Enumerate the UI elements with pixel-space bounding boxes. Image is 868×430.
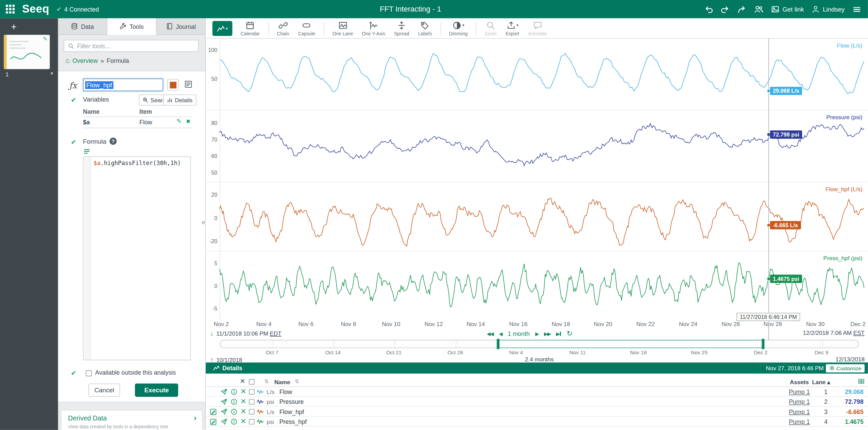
- row-asset-link[interactable]: Pump 1: [785, 408, 813, 415]
- row-checkbox[interactable]: [249, 399, 254, 405]
- duration-label[interactable]: 1 month: [508, 330, 530, 337]
- users-icon[interactable]: [754, 4, 764, 14]
- remove-icon[interactable]: [241, 408, 246, 414]
- details-row-press-hpf[interactable]: psiPress_hpfPump 141.4675: [206, 417, 868, 427]
- info-icon[interactable]: [231, 418, 237, 425]
- name-column-header[interactable]: Name: [274, 378, 290, 385]
- overview-label: Nov 11: [569, 349, 586, 355]
- trend-view-dropdown[interactable]: ▾: [212, 21, 233, 36]
- worksheet-caret-icon[interactable]: ▾: [51, 71, 53, 76]
- redo-icon[interactable]: [721, 5, 730, 14]
- details-row-pressure[interactable]: psiPressurePump 1272.798: [206, 397, 868, 407]
- details-row-flow-hpf[interactable]: L/sFlow_hpfPump 13-6.665: [206, 407, 868, 416]
- info-icon[interactable]: [231, 408, 237, 415]
- overview-handle-right[interactable]: [762, 339, 764, 349]
- trend-lanes[interactable]: Flow (L/s)10050Pressure (psi)80706050Flo…: [206, 39, 868, 320]
- collapse-panel-icon[interactable]: «: [201, 218, 205, 227]
- remove-variable-icon[interactable]: ✖: [186, 118, 191, 124]
- timezone-link[interactable]: EST: [853, 329, 865, 336]
- row-asset-link[interactable]: Pump 1: [785, 398, 813, 405]
- toolbar-button-dimming[interactable]: ▾Dimming: [445, 21, 471, 36]
- lane-column-header[interactable]: Lane ▴: [812, 378, 830, 385]
- send-icon[interactable]: [221, 389, 227, 395]
- home-icon[interactable]: ⌂: [65, 56, 70, 65]
- apps-grid-icon[interactable]: [5, 4, 15, 14]
- range-start-label[interactable]: 11/1/2018 10:06 PM EDT: [216, 330, 282, 337]
- tab-data[interactable]: Data: [58, 18, 107, 35]
- filter-tools-field[interactable]: [77, 42, 194, 49]
- color-swatch-button[interactable]: [167, 79, 178, 91]
- derived-data-title[interactable]: Derived Data: [68, 414, 107, 422]
- timezone-link[interactable]: EDT: [270, 330, 282, 337]
- tab-tools[interactable]: Tools: [107, 18, 157, 35]
- get-link-button[interactable]: Get link: [771, 5, 804, 13]
- send-icon[interactable]: [221, 418, 227, 425]
- info-icon[interactable]: [231, 398, 237, 405]
- tab-journal[interactable]: Journal: [156, 18, 205, 35]
- send-icon[interactable]: [221, 398, 227, 405]
- customize-button[interactable]: Customize: [826, 364, 865, 372]
- toolbar-button-calendar[interactable]: Calendar: [237, 21, 263, 36]
- row-checkbox[interactable]: [249, 409, 254, 414]
- formula-code-editor[interactable]: $a.highPassFilter(30h,1h): [83, 156, 191, 360]
- derived-item-icon[interactable]: [210, 408, 217, 415]
- toolbar-button-one-lane[interactable]: One Lane: [328, 21, 357, 36]
- hamburger-menu-icon[interactable]: [852, 5, 861, 14]
- connection-status[interactable]: ✔ 4 Connected: [56, 5, 99, 13]
- sort-icon[interactable]: ⇅: [295, 378, 299, 384]
- remove-icon[interactable]: [241, 418, 246, 424]
- lane-label: Press_hpf (psi): [823, 255, 863, 262]
- user-menu[interactable]: Lindsey: [812, 5, 845, 13]
- toolbar-button-chain[interactable]: Chain: [273, 21, 293, 36]
- help-icon[interactable]: ?: [109, 138, 117, 145]
- overview-timeline-track[interactable]: [220, 340, 859, 348]
- available-outside-checkbox[interactable]: [86, 370, 92, 376]
- step-forward-icon[interactable]: ▶: [535, 331, 539, 336]
- sort-icon[interactable]: ⇅: [265, 378, 269, 384]
- step-back-icon[interactable]: ◀: [499, 331, 502, 336]
- step-back-half-icon[interactable]: ◀◀: [487, 331, 493, 336]
- step-to-now-icon[interactable]: ▶: [556, 331, 561, 336]
- range-end-label[interactable]: 12/2/2018 7:06 AM EST: [803, 329, 865, 336]
- share-arrow-icon[interactable]: [737, 5, 746, 14]
- table-view-icon[interactable]: [858, 378, 865, 385]
- toolbar-button-export[interactable]: ▾Export: [502, 21, 523, 36]
- chevron-right-icon[interactable]: ›: [194, 413, 197, 422]
- add-worksheet-button[interactable]: +: [8, 21, 20, 33]
- refresh-icon[interactable]: ↻: [566, 329, 573, 338]
- item-properties-icon[interactable]: [184, 80, 192, 88]
- trend-cursor-line[interactable]: [768, 39, 769, 340]
- filter-tools-input[interactable]: [64, 40, 199, 52]
- formula-lines-icon[interactable]: [84, 148, 90, 155]
- variable-details-button[interactable]: Details: [163, 94, 197, 106]
- worksheet-thumbnail[interactable]: ✎: [4, 35, 50, 69]
- remove-icon[interactable]: [241, 398, 246, 404]
- row-asset-link[interactable]: Pump 1: [785, 418, 813, 425]
- remove-all-icon[interactable]: [240, 378, 245, 383]
- select-all-checkbox[interactable]: [249, 379, 254, 384]
- overview-selection[interactable]: [498, 340, 763, 348]
- info-icon[interactable]: [231, 389, 237, 395]
- item-name-input[interactable]: Flow_hpf: [83, 78, 163, 91]
- derived-item-icon[interactable]: [210, 418, 217, 426]
- details-row-flow[interactable]: L/sFlowPump 1129.068: [206, 387, 868, 397]
- row-checkbox[interactable]: [249, 389, 254, 394]
- row-checkbox[interactable]: [249, 419, 254, 424]
- breadcrumb-overview-link[interactable]: Overview: [72, 57, 98, 64]
- toolbar-button-capsule[interactable]: Capsule: [294, 21, 319, 36]
- remove-icon[interactable]: [241, 389, 246, 394]
- overview-handle-left[interactable]: [497, 339, 499, 349]
- assets-column-header[interactable]: Assets: [785, 378, 813, 385]
- undo-icon[interactable]: [704, 5, 713, 14]
- toolbar-button-spread[interactable]: Spread: [390, 21, 413, 36]
- row-asset-link[interactable]: Pump 1: [785, 388, 813, 395]
- cancel-button[interactable]: Cancel: [88, 383, 120, 397]
- edit-variable-icon[interactable]: ✎: [176, 118, 182, 125]
- derived-data-section[interactable]: Derived Data › View data created by tool…: [61, 410, 203, 430]
- step-forward-half-icon[interactable]: ▶▶: [544, 331, 550, 336]
- execute-button[interactable]: Execute: [135, 383, 178, 397]
- toolbar-button-one-y-axis[interactable]: One Y-Axis: [358, 21, 389, 36]
- toolbar-button-labels[interactable]: Labels: [414, 21, 436, 36]
- send-icon[interactable]: [221, 408, 227, 415]
- seeq-logo[interactable]: Seeq: [22, 3, 49, 15]
